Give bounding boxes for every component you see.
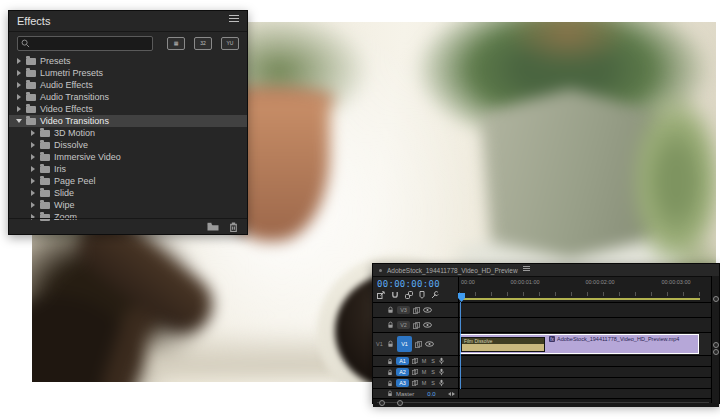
eye-icon[interactable] [425, 341, 434, 347]
transition-clip[interactable]: Film Dissolve [461, 337, 545, 352]
tree-item-video-transitions[interactable]: Video Transitions [9, 115, 247, 127]
vertical-scrollbar[interactable] [711, 276, 719, 403]
solo-button[interactable]: S [430, 369, 436, 375]
track-lane-v2[interactable] [459, 318, 719, 332]
lock-icon[interactable] [387, 340, 394, 348]
tree-item-video-effects[interactable]: Video Effects [9, 103, 247, 115]
timecode-display[interactable]: 00:00:00:00 [377, 280, 440, 289]
microphone-icon[interactable] [439, 368, 444, 376]
track-lane-a1[interactable] [459, 356, 719, 366]
tree-item-audio-transitions[interactable]: Audio Transitions [9, 91, 247, 103]
eye-icon[interactable] [423, 307, 432, 313]
scrollbar-handle[interactable] [713, 342, 719, 348]
accelerated-effects-badge-icon[interactable]: ▦ [167, 37, 185, 50]
track-target-a2[interactable]: A2 [396, 368, 409, 376]
fit-to-window-icon[interactable] [448, 392, 455, 396]
track-lane-v3[interactable] [459, 303, 719, 317]
tree-item-wipe[interactable]: Wipe [9, 199, 247, 211]
chevron-right-icon[interactable] [16, 94, 22, 100]
ruler-tick: 00:00 [461, 279, 475, 285]
sync-lock-icon[interactable] [415, 341, 422, 348]
lock-icon[interactable] [387, 306, 394, 314]
chevron-right-icon[interactable] [30, 178, 36, 184]
track-target-v3[interactable]: V3 [397, 306, 410, 314]
track-header-master: Master 0.0 [373, 389, 459, 398]
snap-icon[interactable] [391, 291, 399, 299]
track-target-v1[interactable]: V1 [397, 336, 412, 352]
lock-icon[interactable] [387, 390, 393, 397]
track-lane-v1[interactable]: fx AdobeStock_194411778_Video_HD_Preview… [459, 333, 719, 355]
chevron-down-icon[interactable] [16, 118, 22, 124]
video-clip[interactable]: fx AdobeStock_194411778_Video_HD_Preview… [460, 334, 699, 354]
track-lane-a2[interactable] [459, 367, 719, 377]
chevron-right-icon[interactable] [30, 154, 36, 160]
tree-item-iris[interactable]: Iris [9, 163, 247, 175]
solo-button[interactable]: S [430, 358, 436, 364]
lock-icon[interactable] [387, 380, 393, 387]
ruler-tick: 00:00:03:00 [661, 279, 690, 285]
time-ruler[interactable]: 00:00 00:00:01:00 00:00:02:00 00:00:03:0… [459, 277, 719, 302]
chevron-right-icon[interactable] [30, 166, 36, 172]
mute-button[interactable]: M [421, 369, 427, 375]
chevron-right-icon[interactable] [16, 58, 22, 64]
lock-icon[interactable] [387, 358, 393, 365]
tree-item-presets[interactable]: Presets [9, 55, 247, 67]
sync-lock-icon[interactable] [413, 307, 420, 314]
track-target-a1[interactable]: A1 [396, 357, 409, 365]
chevron-right-icon[interactable] [30, 202, 36, 208]
chevron-right-icon[interactable] [30, 190, 36, 196]
eye-icon[interactable] [423, 322, 432, 328]
yuv-effects-badge-icon[interactable]: YU [221, 37, 239, 50]
lock-icon[interactable] [387, 321, 394, 329]
playhead-line[interactable] [460, 302, 461, 389]
chevron-right-icon[interactable] [30, 130, 36, 136]
mute-button[interactable]: M [421, 380, 427, 386]
microphone-icon[interactable] [439, 357, 444, 365]
search-input[interactable] [17, 36, 153, 51]
timeline-tab-title[interactable]: AdobeStock_194411778_Video_HD_Preview [387, 267, 518, 274]
tree-item-immersive-video[interactable]: Immersive Video [9, 151, 247, 163]
track-row-a3: A3 M S [373, 378, 719, 389]
scrollbar-handle[interactable] [713, 349, 719, 355]
tree-item-dissolve[interactable]: Dissolve [9, 139, 247, 151]
master-level-value[interactable]: 0.0 [427, 391, 435, 397]
timeline-settings-icon[interactable] [431, 291, 439, 299]
track-lane-a3[interactable] [459, 378, 719, 388]
chevron-right-icon[interactable] [16, 106, 22, 112]
sync-lock-icon[interactable] [412, 358, 418, 364]
source-patch-v1[interactable]: V1 [376, 341, 384, 347]
tree-item-3d-motion[interactable]: 3D Motion [9, 127, 247, 139]
chevron-right-icon[interactable] [16, 70, 22, 76]
chevron-right-icon[interactable] [16, 82, 22, 88]
add-marker-icon[interactable] [419, 291, 425, 299]
new-custom-bin-icon[interactable] [207, 222, 219, 231]
fx-badge[interactable]: fx [549, 336, 555, 342]
mute-button[interactable]: M [421, 358, 427, 364]
tree-item-page-peel[interactable]: Page Peel [9, 175, 247, 187]
scrollbar-handle[interactable] [397, 400, 403, 406]
track-target-v2[interactable]: V2 [397, 321, 410, 329]
delete-icon[interactable] [229, 222, 238, 232]
tree-item-lumetri-presets[interactable]: Lumetri Presets [9, 67, 247, 79]
scrollbar-handle[interactable] [379, 400, 385, 406]
sync-lock-icon[interactable] [413, 322, 420, 329]
linked-selection-icon[interactable] [405, 291, 413, 299]
scrollbar-handle[interactable] [713, 296, 719, 302]
horizontal-scrollbar[interactable] [373, 399, 719, 407]
chevron-right-icon[interactable] [30, 142, 36, 148]
track-lane-master[interactable] [459, 389, 719, 398]
tree-item-audio-effects[interactable]: Audio Effects [9, 79, 247, 91]
tree-item-slide[interactable]: Slide [9, 187, 247, 199]
effects-tree: Presets Lumetri Presets Audio Effects Au… [9, 55, 247, 223]
solo-button[interactable]: S [430, 380, 436, 386]
track-target-a3[interactable]: A3 [396, 379, 409, 387]
playhead-marker[interactable] [458, 293, 465, 302]
nest-insert-icon[interactable] [377, 291, 385, 299]
tree-item-label: Lumetri Presets [40, 68, 103, 78]
microphone-icon[interactable] [439, 379, 444, 387]
sync-lock-icon[interactable] [412, 380, 418, 386]
render-bar [460, 298, 700, 300]
lock-icon[interactable] [387, 369, 393, 376]
32bit-color-badge-icon[interactable]: 32 [194, 37, 212, 50]
sync-lock-icon[interactable] [412, 369, 418, 375]
